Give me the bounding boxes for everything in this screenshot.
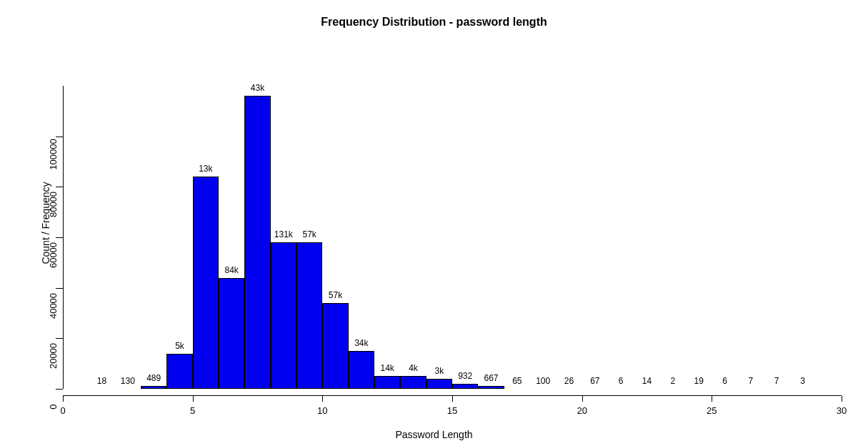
bar-value-label: 18 [97, 376, 106, 386]
bar-value-label: 6 [619, 376, 624, 386]
bar-value-label: 14k [380, 363, 394, 373]
bar-value-label: 4k [409, 363, 418, 373]
bar [426, 379, 452, 389]
x-tick-label: 10 [317, 405, 327, 416]
x-tick [842, 396, 842, 402]
bar [374, 376, 400, 389]
x-tick-label: 5 [190, 405, 195, 416]
x-tick-label: 20 [577, 405, 587, 416]
bar-value-label: 932 [458, 371, 472, 381]
bar-value-label: 57k [329, 290, 342, 300]
x-tick [63, 396, 64, 402]
y-tick-label: 100000 [48, 137, 59, 172]
bar [478, 386, 504, 389]
bar [349, 351, 374, 389]
bar [193, 177, 219, 389]
bar-value-label: 3 [800, 376, 805, 386]
bar-value-label: 19 [694, 376, 703, 386]
bar [244, 96, 270, 389]
bar-value-label: 13k [199, 164, 212, 174]
y-tick-label: 20000 [48, 338, 59, 374]
bar-value-label: 67 [590, 376, 599, 386]
bar-value-label: 7 [774, 376, 779, 386]
bar-value-label: 131k [274, 229, 293, 239]
chart-title: Frequency Distribution - password length [0, 16, 868, 29]
plot-area: 181304895k13k84k43k131k57k57k34k14k4k3k9… [63, 86, 842, 389]
bar [166, 354, 192, 389]
x-tick [452, 396, 453, 402]
x-tick-label: 0 [60, 405, 65, 416]
bar-value-label: 26 [564, 376, 574, 386]
x-tick-label: 25 [707, 405, 717, 416]
bar [271, 242, 296, 389]
bar-value-label: 667 [484, 373, 498, 383]
bar-value-label: 130 [121, 376, 135, 386]
bar-value-label: 489 [146, 373, 161, 383]
bar-value-label: 5k [175, 341, 184, 351]
bar [400, 376, 426, 389]
bar [141, 386, 166, 389]
bar-value-label: 43k [251, 83, 264, 93]
bar-value-label: 3k [434, 366, 444, 376]
y-tick-label: 60000 [48, 237, 59, 273]
bar [322, 303, 348, 389]
chart-container: Frequency Distribution - password length… [0, 0, 868, 446]
x-tick [193, 396, 194, 402]
x-axis-label: Password Length [0, 429, 868, 440]
bar-value-label: 2 [670, 376, 675, 386]
x-tick [582, 396, 583, 402]
bar-value-label: 100 [536, 376, 550, 386]
bar-value-label: 84k [224, 265, 238, 275]
bar [296, 242, 322, 389]
x-tick-label: 15 [447, 405, 457, 416]
bar-value-label: 6 [722, 376, 727, 386]
bars-layer: 181304895k13k84k43k131k57k57k34k14k4k3k9… [63, 86, 842, 389]
bar-value-label: 7 [748, 376, 753, 386]
x-tick-label: 30 [837, 405, 847, 416]
y-tick-label: 80000 [48, 187, 59, 222]
y-tick-label: 0 [48, 389, 59, 425]
x-tick [322, 396, 323, 402]
bar-value-label: 14 [642, 376, 652, 386]
y-tick-label: 40000 [48, 288, 59, 324]
bar-value-label: 65 [512, 376, 522, 386]
bar-value-label: 57k [302, 229, 316, 239]
bar-value-label: 34k [354, 338, 368, 348]
bar [452, 384, 478, 389]
bar [219, 278, 244, 389]
x-tick [712, 396, 712, 402]
